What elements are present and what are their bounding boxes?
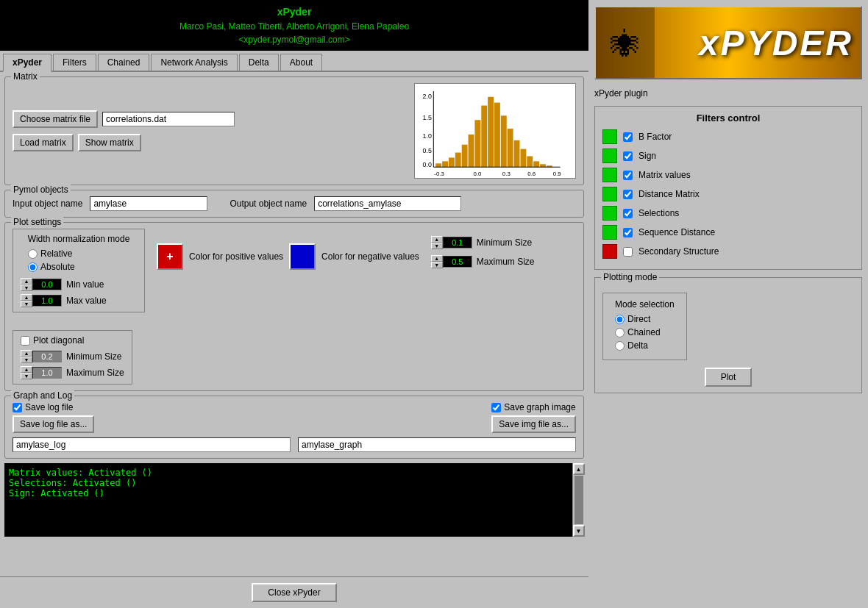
- diag-max-down[interactable]: ▼: [21, 373, 32, 379]
- save-img-checkbox[interactable]: [491, 403, 501, 412]
- max-size-up[interactable]: ▲: [431, 255, 443, 262]
- authors: Marco Pasi, Matteo Tiberti, Alberto Arri…: [0, 20, 588, 33]
- tab-xpyder[interactable]: xPyder: [3, 54, 51, 72]
- tab-chained[interactable]: Chained: [98, 54, 150, 71]
- plot-diag-label[interactable]: Plot diagonal: [21, 335, 124, 346]
- mode-radio-0[interactable]: [615, 315, 625, 324]
- max-val-input[interactable]: [32, 295, 62, 307]
- diag-max-label: Maximum Size: [66, 368, 124, 378]
- max-val-up[interactable]: ▲: [21, 294, 32, 301]
- diag-min-up[interactable]: ▲: [21, 350, 32, 357]
- save-log-btn[interactable]: Save log file as...: [13, 415, 94, 433]
- img-filename-input[interactable]: [298, 437, 576, 452]
- console-scrollbar[interactable]: ▲ ▼: [572, 463, 584, 537]
- save-log-checkbox[interactable]: [13, 403, 22, 412]
- scroll-down-btn[interactable]: ▼: [573, 525, 585, 537]
- min-val-up[interactable]: ▲: [21, 278, 32, 285]
- mode-radio-1[interactable]: [615, 328, 625, 337]
- output-object-field[interactable]: [314, 196, 461, 211]
- relative-radio-label[interactable]: Relative: [28, 248, 137, 259]
- input-object-field[interactable]: [90, 196, 207, 211]
- filter-checkbox-1[interactable]: [623, 151, 633, 161]
- color-neg-label: Color for negative values: [321, 251, 419, 262]
- plot-diag-checkbox[interactable]: [21, 336, 30, 346]
- diag-min-down[interactable]: ▼: [21, 357, 32, 363]
- min-val-spinner[interactable]: ▲ ▼: [21, 278, 62, 291]
- scroll-up-btn[interactable]: ▲: [573, 463, 585, 475]
- filters-group: Filters control B FactorSignMatrix value…: [594, 106, 862, 270]
- min-size-spinner[interactable]: ▲ ▼: [431, 236, 472, 249]
- matrix-controls: Choose matrix file Load matrix Show matr…: [13, 110, 407, 151]
- max-val-down[interactable]: ▼: [21, 301, 32, 307]
- pymol-group-title: Pymol objects: [11, 185, 71, 195]
- save-log-label[interactable]: Save log file: [13, 402, 94, 412]
- min-size-input[interactable]: [443, 237, 472, 248]
- filter-checkbox-0[interactable]: [623, 132, 633, 142]
- tab-about[interactable]: About: [280, 54, 322, 71]
- histogram-svg: 2.0 1.5 1.0 0.5 0.0 -0.3 0.0 0.3 0.6 0.9: [415, 84, 575, 178]
- min-size-up[interactable]: ▲: [431, 236, 443, 243]
- mode-radio-label-1[interactable]: Chained: [615, 327, 675, 337]
- diag-size-spinners: ▲ ▼ Minimum Size ▲: [21, 350, 124, 379]
- relative-radio[interactable]: [28, 249, 38, 259]
- filter-label-5: Sequence Distance: [638, 227, 715, 237]
- matrix-file-input[interactable]: [102, 112, 235, 126]
- tab-filters[interactable]: Filters: [53, 54, 96, 71]
- diag-max-row: ▲ ▼ Maximum Size: [21, 366, 124, 379]
- min-size-down[interactable]: ▼: [431, 243, 443, 249]
- svg-rect-26: [540, 164, 546, 167]
- close-xpyder-btn[interactable]: Close xPyder: [252, 583, 336, 602]
- console-line-3: Sign: Activated (): [9, 488, 568, 498]
- filter-row-3: Distance Matrix: [602, 187, 854, 201]
- console-output: Matrix values: Activated () Selections: …: [4, 463, 572, 537]
- mode-radio-label-2[interactable]: Delta: [615, 340, 675, 351]
- plot-diagonal-box: Plot diagonal ▲ ▼: [13, 330, 132, 385]
- choose-matrix-btn[interactable]: Choose matrix file: [13, 110, 98, 128]
- show-matrix-btn[interactable]: Show matrix: [78, 134, 141, 151]
- matrix-file-row: Choose matrix file: [13, 110, 407, 128]
- width-norm-title: Width normalization mode: [21, 234, 137, 244]
- mode-radio-label-0[interactable]: Direct: [615, 314, 675, 324]
- svg-rect-22: [514, 140, 520, 167]
- filter-checkbox-5[interactable]: [623, 228, 633, 237]
- min-val-down[interactable]: ▼: [21, 285, 32, 291]
- absolute-radio[interactable]: [28, 262, 38, 272]
- color-positive-btn[interactable]: +: [157, 243, 183, 270]
- filter-checkbox-6[interactable]: [623, 247, 633, 257]
- max-size-down[interactable]: ▼: [431, 262, 443, 268]
- diag-min-input[interactable]: [32, 351, 62, 362]
- gl-checkboxes-row: Save log file Save log file as... Save g…: [13, 402, 576, 433]
- svg-text:0.9: 0.9: [553, 171, 561, 177]
- tab-delta[interactable]: Delta: [239, 54, 279, 71]
- plot-btn[interactable]: Plot: [705, 368, 753, 387]
- min-val-input[interactable]: [32, 279, 62, 290]
- filter-checkbox-2[interactable]: [623, 171, 633, 180]
- diag-max-spinner[interactable]: ▲ ▼: [21, 366, 62, 379]
- diag-min-spinner[interactable]: ▲ ▼: [21, 350, 62, 363]
- app-title: xPyder: [0, 4, 588, 20]
- radio-group: Relative Absolute: [28, 248, 137, 272]
- max-size-input[interactable]: [443, 256, 472, 268]
- filter-color-4: [602, 206, 617, 221]
- log-filename-input[interactable]: [13, 437, 291, 452]
- logo-area: 🕷 xPYDER: [594, 6, 862, 79]
- save-img-label[interactable]: Save graph image: [491, 402, 576, 412]
- max-val-spinner[interactable]: ▲ ▼: [21, 294, 62, 307]
- max-size-spinner[interactable]: ▲ ▼: [431, 255, 472, 268]
- diag-max-input[interactable]: [32, 367, 62, 379]
- plotting-mode-title: Plotting mode: [601, 272, 659, 282]
- filter-color-3: [602, 187, 617, 201]
- absolute-radio-label[interactable]: Absolute: [28, 262, 137, 272]
- filter-color-6: [602, 244, 617, 259]
- load-matrix-btn[interactable]: Load matrix: [13, 134, 74, 151]
- color-pos-label: Color for positive values: [189, 251, 283, 262]
- modes-list: DirectChainedDelta: [615, 314, 675, 351]
- mode-radio-2[interactable]: [615, 341, 625, 351]
- filter-checkbox-3[interactable]: [623, 190, 633, 199]
- save-img-btn[interactable]: Save img file as...: [491, 415, 576, 433]
- filter-checkbox-4[interactable]: [623, 209, 633, 218]
- color-negative-btn[interactable]: [289, 243, 316, 270]
- tab-network-analysis[interactable]: Network Analysis: [151, 54, 237, 71]
- diag-max-up[interactable]: ▲: [21, 366, 32, 373]
- scroll-track[interactable]: [574, 476, 583, 524]
